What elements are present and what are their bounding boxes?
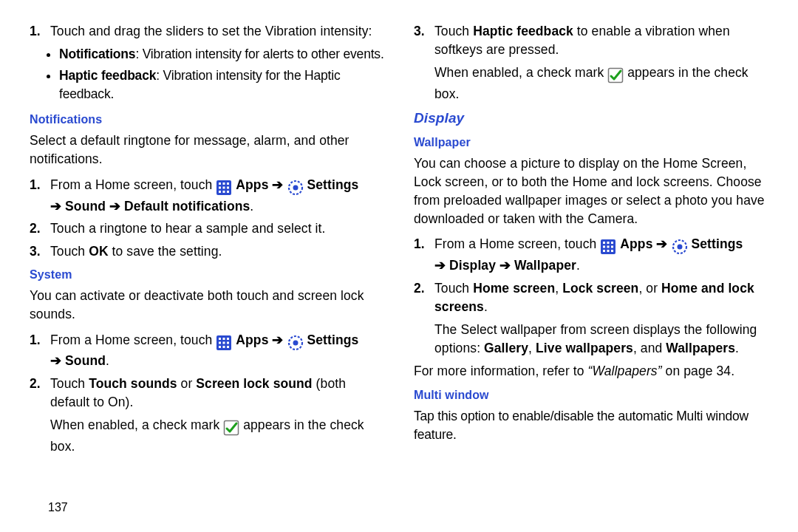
- svg-rect-1: [219, 183, 221, 185]
- notif-step-2: 2. Touch a ringtone to hear a sample and…: [50, 219, 384, 238]
- svg-rect-31: [607, 246, 610, 248]
- wallpaper-label: Wallpaper: [511, 258, 576, 273]
- dot: .: [484, 299, 488, 314]
- step-number: 1.: [30, 331, 41, 349]
- two-column-layout: 1. Touch and drag the sliders to set the…: [30, 22, 768, 460]
- right-column: 3. Touch Haptic feedback to enable a vib…: [414, 22, 768, 460]
- dot: .: [106, 353, 109, 368]
- settings-label: Settings: [692, 236, 743, 251]
- settings-gear-icon: [287, 179, 304, 197]
- svg-rect-30: [603, 246, 605, 248]
- bullet-term: Haptic feedback: [59, 68, 156, 83]
- svg-point-23: [293, 340, 298, 345]
- wallpaper-step-2: 2. Touch Home screen, Lock screen, or Ho…: [434, 279, 768, 357]
- svg-rect-21: [227, 346, 229, 348]
- cont-a: When enabled, a check mark: [434, 65, 607, 80]
- bullet-term: Notifications: [59, 47, 135, 61]
- arrow: ➔: [499, 258, 511, 273]
- multi-window-heading: Multi window: [414, 387, 768, 404]
- settings-label: Settings: [307, 332, 359, 347]
- notifications-steps: 1. From a Home screen, touch Apps ➔ Sett…: [30, 176, 384, 261]
- svg-rect-29: [611, 242, 613, 244]
- arrow: ➔: [272, 332, 283, 347]
- checkmark-icon: [223, 419, 239, 437]
- svg-rect-2: [223, 183, 225, 185]
- wallpaper-heading: Wallpaper: [414, 134, 768, 151]
- or: or: [177, 376, 197, 391]
- settings-gear-icon: [672, 238, 688, 256]
- display-label: Display: [446, 258, 499, 273]
- svg-rect-35: [611, 250, 613, 252]
- step-number: 2.: [30, 375, 41, 393]
- step-number: 3.: [30, 242, 41, 261]
- svg-rect-5: [223, 186, 225, 188]
- settings-label: Settings: [307, 177, 359, 192]
- svg-rect-19: [219, 346, 221, 348]
- xref-quote: “Wallpapers”: [588, 364, 662, 378]
- sound-label: Sound: [61, 353, 106, 368]
- step-pre: Touch: [434, 24, 473, 38]
- comma-or: , or: [638, 281, 661, 296]
- multi-window-intro: Tap this option to enable/disable the au…: [414, 407, 768, 444]
- arrow: ➔: [656, 236, 667, 251]
- bullet-notifications: Notifications: Vibration intensity for a…: [59, 45, 384, 64]
- arrow: ➔: [434, 258, 446, 273]
- live-wallpapers-label: Live wallpapers: [536, 341, 633, 355]
- checkmark-icon: [607, 66, 624, 85]
- svg-rect-6: [227, 186, 229, 188]
- svg-rect-8: [223, 191, 225, 193]
- wallpaper-intro: You can choose a picture to display on t…: [414, 154, 768, 228]
- wallpaper-steps: 1. From a Home screen, touch Apps ➔ Sett…: [414, 235, 768, 357]
- svg-rect-9: [227, 191, 229, 193]
- svg-rect-27: [603, 242, 605, 244]
- apps-grid-icon: [600, 238, 616, 256]
- manual-page: 1. Touch and drag the sliders to set the…: [0, 0, 798, 532]
- svg-rect-3: [227, 183, 229, 185]
- step-text-pre: From a Home screen, touch: [50, 177, 216, 192]
- xref-b: on page 34.: [662, 364, 735, 378]
- svg-rect-32: [611, 246, 613, 248]
- step-text: Touch a ringtone to hear a sample and se…: [50, 221, 326, 236]
- notif-step-3: 3. Touch OK to save the setting.: [50, 242, 384, 261]
- svg-point-37: [677, 245, 682, 250]
- sound-label: Sound: [61, 199, 109, 214]
- step-text: Touch and drag the sliders to set the Vi…: [50, 24, 372, 38]
- notifications-intro: Select a default ringtone for message, a…: [30, 132, 384, 168]
- svg-rect-28: [607, 242, 610, 244]
- left-column: 1. Touch and drag the sliders to set the…: [30, 22, 384, 460]
- cont-a: When enabled, a check mark: [50, 417, 223, 432]
- step-pre: Touch: [434, 281, 473, 296]
- notif-step-1: 1. From a Home screen, touch Apps ➔ Sett…: [50, 176, 384, 216]
- default-notif-label: Default notifications: [120, 199, 250, 214]
- bullet-rest: : Vibration intensity for alerts to othe…: [135, 47, 383, 61]
- apps-label: Apps: [236, 332, 268, 347]
- notifications-heading: Notifications: [30, 112, 384, 129]
- svg-rect-4: [219, 186, 221, 188]
- step-pre: Touch: [50, 244, 89, 259]
- apps-label: Apps: [620, 236, 652, 251]
- touch-sounds-label: Touch sounds: [89, 376, 177, 391]
- wallpapers-label: Wallpapers: [666, 341, 735, 355]
- svg-rect-7: [219, 191, 221, 193]
- svg-rect-15: [227, 338, 229, 340]
- lock-screen-label: Lock screen: [562, 281, 638, 296]
- step-continuation: When enabled, a check mark appears in th…: [434, 64, 768, 103]
- display-heading: Display: [414, 109, 768, 129]
- arrow: ➔: [109, 199, 120, 214]
- arrow: ➔: [50, 199, 61, 214]
- apps-grid-icon: [216, 334, 232, 352]
- step-text-pre: From a Home screen, touch: [50, 332, 216, 347]
- svg-rect-34: [607, 250, 610, 252]
- svg-rect-17: [223, 341, 225, 344]
- step-1: 1. Touch and drag the sliders to set the…: [50, 22, 384, 41]
- step-number: 1.: [30, 22, 41, 41]
- system-intro: You can activate or deactivate both touc…: [30, 287, 384, 324]
- page-number: 137: [48, 501, 68, 514]
- step-number: 1.: [30, 176, 41, 194]
- haptic-step-3: 3. Touch Haptic feedback to enable a vib…: [434, 22, 768, 103]
- system-step-2: 2. Touch Touch sounds or Screen lock sou…: [50, 375, 384, 455]
- step-number: 2.: [414, 279, 425, 298]
- system-heading: System: [30, 267, 384, 284]
- bullet-haptic: Haptic feedback: Vibration intensity for…: [59, 66, 384, 103]
- screen-lock-sound-label: Screen lock sound: [196, 376, 312, 391]
